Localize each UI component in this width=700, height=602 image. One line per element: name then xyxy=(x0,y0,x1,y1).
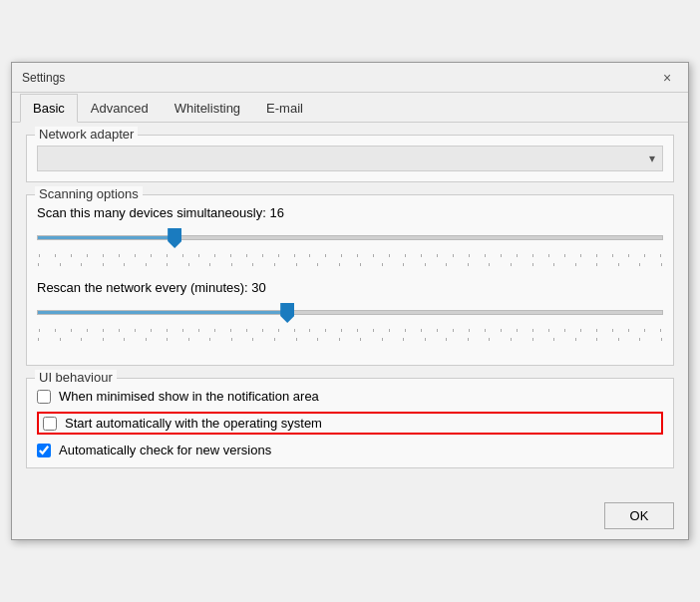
checkbox3-row: Automatically check for new versions xyxy=(37,443,663,457)
network-adapter-content xyxy=(37,146,663,171)
footer: OK xyxy=(12,494,688,539)
network-adapter-label: Network adapter xyxy=(35,127,138,142)
network-adapter-dropdown-wrapper xyxy=(37,146,663,171)
tab-advanced[interactable]: Advanced xyxy=(78,94,162,123)
slider2-track-container xyxy=(37,301,663,325)
settings-dialog: Settings × Basic Advanced Whitelisting E… xyxy=(11,62,689,540)
slider2-bg xyxy=(37,310,663,315)
slider2-progress xyxy=(38,311,287,314)
autostart-label: Start automatically with the operating s… xyxy=(65,416,322,431)
slider1-value: 16 xyxy=(269,205,283,220)
ui-behaviour-content: When minimised show in the notification … xyxy=(37,389,663,457)
scanning-options-content: Scan this many devices simultaneously: 1… xyxy=(37,205,663,341)
slider2-thumb xyxy=(280,303,294,323)
close-button[interactable]: × xyxy=(656,67,678,89)
tab-bar: Basic Advanced Whitelisting E-mail xyxy=(12,93,688,123)
minimised-notification-label: When minimised show in the notification … xyxy=(59,389,319,404)
slider1-label: Scan this many devices simultaneously: 1… xyxy=(37,205,663,220)
slider2-label: Rescan the network every (minutes): 30 xyxy=(37,280,663,295)
autostart-checkbox[interactable] xyxy=(43,417,57,431)
slider1-bg xyxy=(37,235,663,240)
scanning-options-label: Scanning options xyxy=(35,186,143,201)
ui-behaviour-label: UI behaviour xyxy=(35,370,117,385)
ok-button[interactable]: OK xyxy=(604,502,674,529)
ui-behaviour-group: UI behaviour When minimised show in the … xyxy=(26,378,674,468)
slider2-section: Rescan the network every (minutes): 30 d… xyxy=(37,280,663,341)
slider1-progress xyxy=(38,236,175,239)
scanning-options-group: Scanning options Scan this many devices … xyxy=(26,194,674,366)
tab-content: Network adapter Scanning options Scan th… xyxy=(12,123,688,494)
slider1-thumb xyxy=(168,228,181,248)
slider1-track-container xyxy=(37,226,663,250)
autostart-highlighted-row: Start automatically with the operating s… xyxy=(37,412,663,435)
auto-update-label: Automatically check for new versions xyxy=(59,443,271,457)
tab-whitelisting[interactable]: Whitelisting xyxy=(162,94,253,123)
checkbox1-row: When minimised show in the notification … xyxy=(37,389,663,404)
tab-basic[interactable]: Basic xyxy=(20,94,78,123)
auto-update-checkbox[interactable] xyxy=(37,444,51,457)
network-adapter-dropdown[interactable] xyxy=(37,146,663,171)
minimised-notification-checkbox[interactable] xyxy=(37,390,51,404)
title-bar: Settings × xyxy=(12,63,688,93)
tab-email[interactable]: E-mail xyxy=(253,94,316,123)
window-title: Settings xyxy=(22,71,65,85)
network-adapter-group: Network adapter xyxy=(26,135,674,182)
slider1-section: Scan this many devices simultaneously: 1… xyxy=(37,205,663,266)
slider2-value: 30 xyxy=(251,280,265,295)
